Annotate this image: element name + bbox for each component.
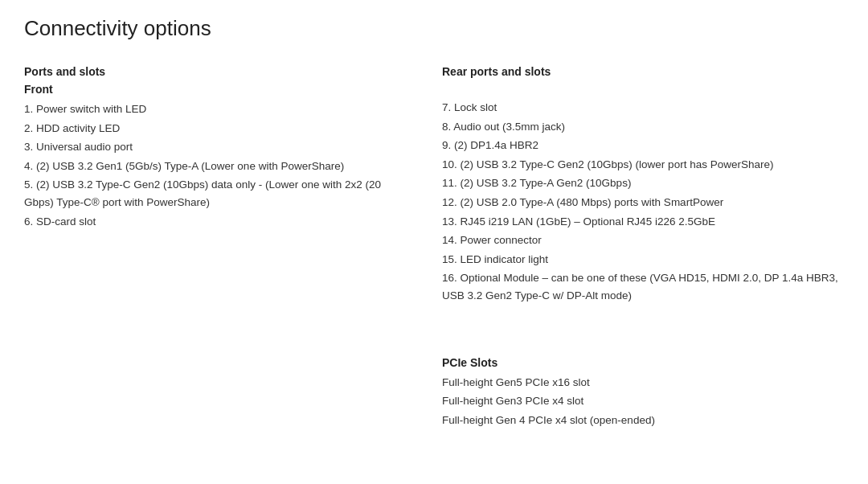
content-area: Ports and slots Front 1. Power switch wi… — [24, 65, 844, 448]
list-item: 1. Power switch with LED — [24, 100, 402, 118]
list-item: 14. Power connector — [442, 232, 844, 249]
list-item: Full-height Gen3 PCIe x4 slot — [442, 392, 844, 410]
list-item: 3. Universal audio port — [24, 138, 402, 156]
rear-ports-section: Rear ports and slots 7. Lock slot 8. Aud… — [442, 65, 844, 305]
list-item: 7. Lock slot — [442, 99, 844, 117]
front-subheading: Front — [24, 83, 402, 96]
list-item: 12. (2) USB 2.0 Type-A (480 Mbps) ports … — [442, 194, 844, 211]
list-item: 13. RJ45 i219 LAN (1GbE) – Optional RJ45… — [442, 213, 844, 231]
list-item: 4. (2) USB 3.2 Gen1 (5Gb/s) Type-A (Lowe… — [24, 158, 402, 175]
list-item: Full-height Gen 4 PCIe x4 slot (open-end… — [442, 412, 844, 429]
list-item: 15. LED indicator light — [442, 251, 844, 269]
right-column: Rear ports and slots 7. Lock slot 8. Aud… — [434, 65, 844, 448]
list-item: 8. Audio out (3.5mm jack) — [442, 118, 844, 136]
list-item: Full-height Gen5 PCIe x16 slot — [442, 374, 844, 392]
list-item: 2. HDD activity LED — [24, 120, 402, 137]
list-item: 5. (2) USB 3.2 Type-C Gen2 (10Gbps) data… — [24, 176, 402, 211]
list-item: 11. (2) USB 3.2 Type-A Gen2 (10Gbps) — [442, 174, 844, 192]
list-item: 16. Optional Module – can be one of thes… — [442, 269, 844, 304]
list-item: 6. SD-card slot — [24, 213, 402, 231]
pcie-heading: PCIe Slots — [442, 356, 844, 369]
ports-slots-section: Ports and slots Front 1. Power switch wi… — [24, 65, 402, 230]
page-title: Connectivity options — [24, 16, 844, 41]
rear-ports-heading: Rear ports and slots — [442, 65, 844, 78]
list-item: 10. (2) USB 3.2 Type-C Gen2 (10Gbps) (lo… — [442, 156, 844, 174]
left-column: Ports and slots Front 1. Power switch wi… — [24, 65, 434, 448]
ports-slots-heading: Ports and slots — [24, 65, 402, 78]
list-item: 9. (2) DP1.4a HBR2 — [442, 137, 844, 154]
pcie-slots-section: PCIe Slots Full-height Gen5 PCIe x16 slo… — [442, 356, 844, 429]
